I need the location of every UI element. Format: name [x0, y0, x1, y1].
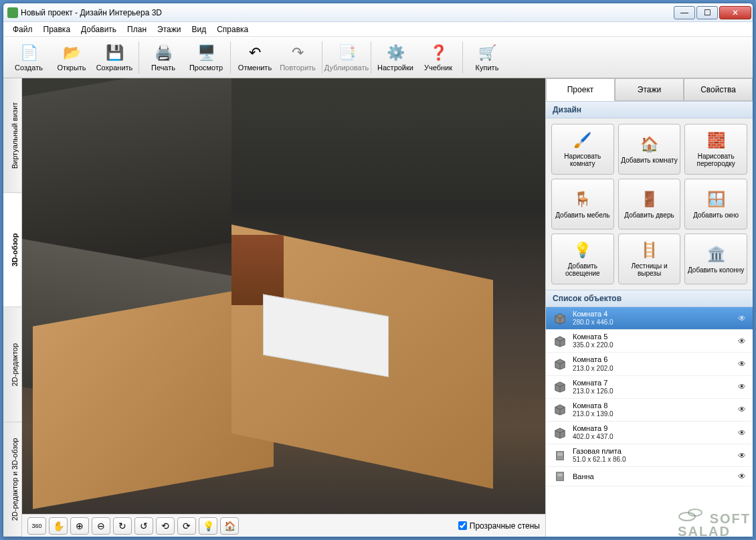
visibility-icon[interactable]: 👁 [738, 472, 747, 481]
rotate-ccw-button[interactable]: ↺ [134, 517, 153, 535]
file-icon: 📄 [19, 43, 38, 62]
gear-button[interactable]: ⚙️Настройки [374, 39, 417, 76]
add-furniture-button[interactable]: 🪑Добавить мебель [551, 179, 614, 230]
object-type-icon [551, 426, 569, 440]
object-list[interactable]: Комната 4280.0 x 446.0👁Комната 5335.0 x … [546, 307, 753, 537]
object-item[interactable]: Комната 9402.0 x 437.0👁 [546, 422, 753, 444]
design-section-header: Дизайн [546, 101, 753, 118]
3d-viewport[interactable] [22, 78, 545, 514]
duplicate-icon: 📑 [337, 43, 356, 62]
tilt-right-icon: ⟳ [183, 521, 191, 531]
add-lighting-button-icon: 💡 [573, 241, 592, 260]
left-tab-0[interactable]: 2D-редактор и 3D-обзор [3, 422, 21, 537]
toolbar-label: Повторить [280, 64, 316, 72]
left-tab-1[interactable]: 2D-редактор [3, 308, 21, 422]
cart-button[interactable]: 🛒Купить [466, 39, 508, 76]
toolbar-separator [462, 41, 463, 74]
menu-item-4[interactable]: Этажи [152, 23, 186, 35]
menu-item-0[interactable]: Файл [7, 23, 38, 35]
object-item[interactable]: Комната 5335.0 x 220.0👁 [546, 330, 753, 353]
toolbar-label: Дублировать [324, 64, 369, 72]
window-title: Новый проект - Дизайн Интерьера 3D [21, 8, 672, 17]
add-window-button[interactable]: 🪟Добавить окно [684, 179, 747, 230]
toolbar-separator [230, 41, 231, 74]
object-name: Комната 9 [573, 424, 738, 433]
home-button[interactable]: 🏠 [220, 517, 239, 535]
visibility-icon[interactable]: 👁 [738, 428, 747, 438]
visibility-icon[interactable]: 👁 [738, 314, 747, 323]
add-door-button[interactable]: 🚪Добавить дверь [618, 179, 681, 230]
object-dimensions: 402.0 x 437.0 [573, 433, 738, 441]
toolbar-label: Настройки [377, 64, 413, 72]
design-btn-label: Добавить комнату [621, 157, 677, 164]
monitor-button[interactable]: 🖥️Просмотр [185, 39, 227, 76]
visibility-icon[interactable]: 👁 [738, 382, 747, 391]
object-item[interactable]: Комната 7213.0 x 126.0👁 [546, 376, 753, 399]
maximize-button[interactable]: ☐ [696, 6, 718, 19]
menu-item-5[interactable]: Вид [186, 23, 211, 35]
rotate-cw-button[interactable]: ↻ [113, 517, 132, 535]
object-item[interactable]: Комната 6213.0 x 202.0👁 [546, 353, 753, 375]
visibility-icon[interactable]: 👁 [738, 405, 747, 414]
visibility-icon[interactable]: 👁 [738, 451, 747, 460]
tilt-left-button[interactable]: ⟲ [156, 517, 175, 535]
folder-button[interactable]: 📂Открыть [50, 39, 93, 76]
light-button[interactable]: 💡 [199, 517, 217, 535]
left-tab-3[interactable]: Виртуальный визит [3, 78, 21, 193]
object-type-icon [551, 403, 569, 416]
toolbar-separator [371, 41, 371, 74]
add-lighting-button[interactable]: 💡Добавить освещение [551, 234, 614, 284]
right-tab-0[interactable]: Проект [546, 78, 615, 101]
close-button[interactable]: ✕ [719, 6, 751, 19]
gear-icon: ⚙️ [386, 43, 405, 62]
print-button[interactable]: 🖨️Печать [142, 39, 185, 76]
help-button[interactable]: ❓Учебник [417, 39, 460, 76]
right-tab-2[interactable]: Свойства [684, 78, 753, 101]
pan-icon: ✋ [53, 521, 64, 531]
pan-button[interactable]: ✋ [49, 517, 68, 535]
toolbar-label: Купить [476, 64, 499, 72]
stairs-button[interactable]: 🪜Лестницы и вырезы [618, 234, 681, 284]
360-icon: 360 [31, 523, 41, 529]
toolbar-label: Создать [15, 64, 43, 72]
visibility-icon[interactable]: 👁 [738, 337, 747, 346]
draw-partition-button[interactable]: 🧱Нарисовать перегородку [684, 124, 747, 175]
monitor-icon: 🖥️ [197, 43, 215, 62]
object-item[interactable]: Газовая плита51.0 x 62.1 x 86.0👁 [546, 444, 753, 467]
add-room-button[interactable]: 🏠Добавить комнату [618, 124, 681, 175]
object-item[interactable]: Ванна👁 [546, 467, 753, 486]
add-column-button[interactable]: 🏛️Добавить колонну [684, 234, 747, 284]
add-furniture-button-icon: 🪑 [573, 190, 592, 209]
zoom-out-button[interactable]: ⊖ [92, 517, 110, 535]
add-column-button-icon: 🏛️ [706, 245, 725, 264]
right-tab-1[interactable]: Этажи [615, 78, 684, 101]
menubar: ФайлПравкаДобавитьПланЭтажиВидСправка [3, 22, 753, 37]
transparent-walls-label[interactable]: Прозрачные стены [458, 521, 540, 531]
visibility-icon[interactable]: 👁 [738, 359, 747, 369]
menu-item-2[interactable]: Добавить [76, 23, 122, 35]
draw-room-button[interactable]: 🖌️Нарисовать комнату [551, 124, 614, 175]
left-tab-2[interactable]: 3D-обзор [3, 193, 21, 307]
object-item[interactable]: Комната 8213.0 x 139.0👁 [546, 399, 753, 422]
design-btn-label: Нарисовать перегородку [686, 153, 745, 167]
object-dimensions: 213.0 x 139.0 [573, 410, 738, 418]
menu-item-6[interactable]: Справка [211, 23, 254, 35]
undo-button[interactable]: ↶Отменить [233, 39, 276, 76]
object-item[interactable]: Комната 4280.0 x 446.0👁 [546, 307, 753, 330]
360-button[interactable]: 360 [27, 517, 46, 535]
menu-item-3[interactable]: План [122, 23, 152, 35]
tilt-right-button[interactable]: ⟳ [177, 517, 196, 535]
duplicate-button: 📑Дублировать [325, 39, 368, 76]
object-dimensions: 280.0 x 446.0 [573, 319, 738, 327]
transparent-walls-checkbox[interactable] [458, 521, 467, 530]
app-window: Новый проект - Дизайн Интерьера 3D — ☐ ✕… [3, 3, 753, 537]
toolbar-label: Просмотр [189, 64, 223, 72]
object-name: Комната 7 [573, 379, 738, 387]
content-area: 2D-редактор и 3D-обзор2D-редактор3D-обзо… [3, 78, 753, 537]
file-button[interactable]: 📄Создать [7, 39, 50, 76]
save-button[interactable]: 💾Сохранить [93, 39, 136, 76]
menu-item-1[interactable]: Правка [38, 23, 76, 35]
zoom-in-button[interactable]: ⊕ [70, 517, 89, 535]
redo-icon: ↷ [288, 43, 307, 62]
minimize-button[interactable]: — [674, 6, 695, 19]
